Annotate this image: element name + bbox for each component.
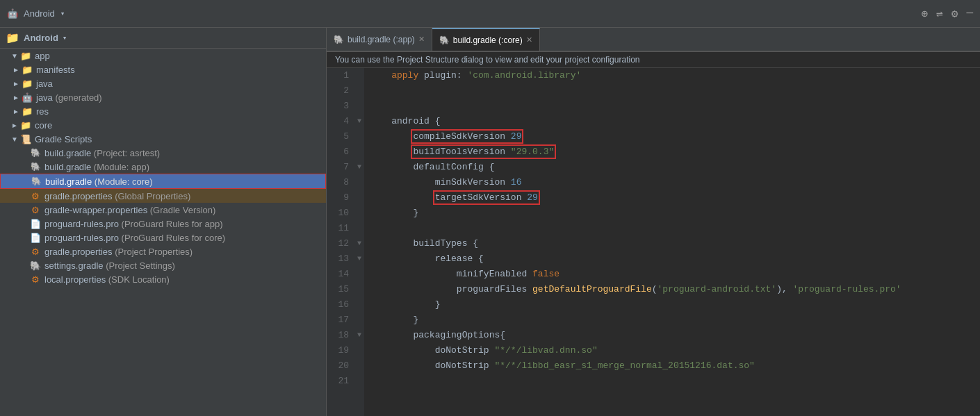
tree-item-local-properties[interactable]: ⚙ local.properties (SDK Location): [0, 272, 326, 286]
sidebar-header: 📁 Android ▾: [0, 28, 326, 49]
code-line-18: packagingOptions{: [370, 328, 980, 343]
tree-item-gradle-properties-global[interactable]: ⚙ gradle.properties (Global Properties): [0, 189, 326, 203]
code-line-17: }: [370, 313, 980, 328]
tree-item-java-gen[interactable]: ► 🤖 java (generated): [0, 90, 326, 104]
tab-core[interactable]: 🐘 build.gradle (:core) ✕: [432, 28, 540, 51]
editor-area: 🐘 build.gradle (:app) ✕ 🐘 build.gradle (…: [327, 28, 980, 416]
tree-item-build-gradle-app[interactable]: 🐘 build.gradle (Module: app): [0, 160, 326, 174]
code-line-2: [370, 83, 980, 99]
tree-item-build-gradle-core[interactable]: 🐘 build.gradle (Module: core): [0, 174, 326, 189]
code-line-8: minSdkVersion 16: [370, 175, 980, 190]
info-text: You can use the Project Structure dialog…: [335, 55, 640, 65]
tree-item-gradle-wrapper[interactable]: ⚙ gradle-wrapper.properties (Gradle Vers…: [0, 203, 326, 217]
tab-core-gradle-icon: 🐘: [439, 35, 450, 45]
tabs-bar: 🐘 build.gradle (:app) ✕ 🐘 build.gradle (…: [327, 28, 980, 52]
sidebar-header-title: Android: [24, 33, 58, 43]
code-editor[interactable]: 12345 678910 1112131415 1617181920 21 ▼ …: [327, 68, 980, 416]
tab-app-gradle-icon: 🐘: [334, 35, 344, 44]
tree-item-java[interactable]: ► 📁 java: [0, 76, 326, 90]
top-bar-icons: ⊕ ⇌ ⚙ —: [921, 7, 973, 21]
code-line-10: }: [370, 206, 980, 221]
code-content[interactable]: apply plugin: 'com.android.library' andr…: [364, 68, 980, 416]
code-line-19: doNotStrip "*/*/libvad.dnn.so": [370, 343, 980, 358]
top-bar: 🤖 Android ▾ ⊕ ⇌ ⚙ —: [0, 0, 980, 28]
code-line-14: minifyEnabled false: [370, 267, 980, 282]
code-line-9: targetSdkVersion 29: [370, 190, 980, 206]
line-numbers: 12345 678910 1112131415 1617181920 21: [327, 68, 354, 416]
tree-item-proguard-app[interactable]: 📄 proguard-rules.pro (ProGuard Rules for…: [0, 217, 326, 231]
tab-core-close-icon[interactable]: ✕: [526, 35, 532, 44]
code-line-21: [370, 374, 980, 389]
main-layout: 📁 Android ▾ ▼ 📁 app ► 📁 manifests ► 📁 ja…: [0, 28, 980, 416]
settings-top-icon[interactable]: ⚙: [952, 7, 958, 21]
android-folder-icon: 📁: [6, 31, 19, 45]
code-line-11: [370, 221, 980, 236]
code-line-3: [370, 99, 980, 114]
tree-item-build-gradle-project[interactable]: 🐘 build.gradle (Project: asrtest): [0, 146, 326, 160]
fold-gutter: ▼ ▼ ▼ ▼ ▼: [354, 68, 364, 416]
code-line-20: doNotStrip "*/*/libbd_easr_s1_merge_norm…: [370, 358, 980, 374]
tree-item-res[interactable]: ► 📁 res: [0, 104, 326, 118]
code-line-7: defaultConfig {: [370, 160, 980, 175]
tree-item-gradle-properties-project[interactable]: ⚙ gradle.properties (Project Properties): [0, 244, 326, 258]
tree-item-app[interactable]: ▼ 📁 app: [0, 49, 326, 63]
code-line-1: apply plugin: 'com.android.library': [370, 68, 980, 83]
tab-app-close-icon[interactable]: ✕: [418, 35, 425, 44]
dropdown-arrow-icon[interactable]: ▾: [60, 9, 65, 18]
tree-item-proguard-core[interactable]: 📄 proguard-rules.pro (ProGuard Rules for…: [0, 231, 326, 244]
code-line-13: release {: [370, 251, 980, 267]
code-line-4: android {: [370, 114, 980, 129]
globe-icon[interactable]: ⊕: [921, 7, 928, 21]
tree-item-manifests[interactable]: ► 📁 manifests: [0, 63, 326, 76]
minimize-icon[interactable]: —: [966, 7, 973, 21]
info-bar: You can use the Project Structure dialog…: [327, 52, 980, 68]
tree-item-settings-gradle[interactable]: 🐘 settings.gradle (Project Settings): [0, 258, 326, 272]
tab-app[interactable]: 🐘 build.gradle (:app) ✕: [327, 28, 432, 51]
tree-item-core[interactable]: ► 📁 core: [0, 118, 326, 132]
tab-core-label: build.gradle (:core): [453, 35, 523, 45]
sync-icon[interactable]: ⇌: [936, 7, 943, 21]
tree-item-gradle-scripts[interactable]: ▼ 📜 Gradle Scripts: [0, 132, 326, 146]
top-bar-title: Android: [24, 8, 55, 19]
code-line-16: }: [370, 297, 980, 313]
code-line-6: buildToolsVersion "29.0.3": [370, 144, 980, 160]
sidebar-dropdown-icon[interactable]: ▾: [63, 33, 67, 42]
sidebar: 📁 Android ▾ ▼ 📁 app ► 📁 manifests ► 📁 ja…: [0, 28, 327, 416]
tab-app-label: build.gradle (:app): [348, 35, 415, 44]
android-icon: 🤖: [7, 8, 18, 19]
code-line-15: proguardFiles getDefaultProguardFile('pr…: [370, 282, 980, 297]
code-line-12: buildTypes {: [370, 236, 980, 251]
code-line-5: compileSdkVersion 29: [370, 129, 980, 144]
